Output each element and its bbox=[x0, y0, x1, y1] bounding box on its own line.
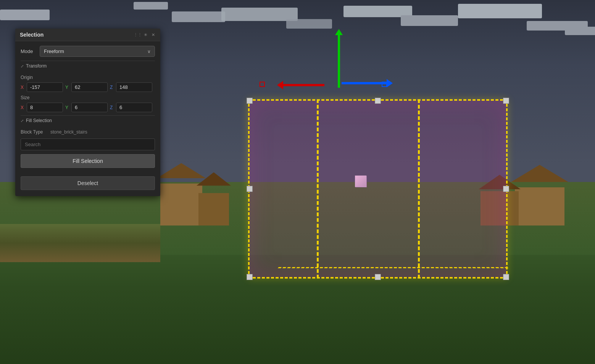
fill-selection-button[interactable]: Fill Selection bbox=[21, 154, 155, 168]
selection-panel: Selection ⋮⋮ ✳ ✕ Mode Freeform ∨ ⤢ Trans… bbox=[15, 29, 160, 196]
cloud bbox=[172, 11, 225, 22]
selection-box bbox=[248, 99, 508, 279]
x-axis-arrow bbox=[282, 84, 324, 86]
mode-label: Mode bbox=[21, 48, 40, 54]
panel-grid-button[interactable]: ⋮⋮ bbox=[135, 32, 140, 37]
size-label: Size bbox=[21, 95, 155, 100]
building bbox=[515, 187, 564, 225]
mid-handle-t[interactable] bbox=[375, 98, 381, 104]
corner-handle-tr[interactable] bbox=[503, 98, 509, 104]
size-z-input[interactable] bbox=[116, 103, 152, 112]
corner-handle-tl[interactable] bbox=[247, 98, 253, 104]
pillar-left bbox=[317, 99, 319, 279]
panel-controls: ⋮⋮ ✳ ✕ bbox=[135, 32, 156, 37]
fill-section-header: ⤢ Fill Selection bbox=[21, 115, 155, 126]
roof bbox=[156, 163, 206, 178]
size-x-input[interactable] bbox=[27, 103, 63, 112]
bottom-face-line bbox=[278, 267, 508, 268]
cloud bbox=[565, 27, 595, 35]
panel-title: Selection bbox=[20, 32, 44, 38]
z-axis-marker bbox=[382, 82, 387, 87]
origin-x-label: X bbox=[21, 85, 24, 90]
search-input[interactable] bbox=[21, 139, 155, 150]
z-axis-arrow bbox=[342, 82, 387, 84]
deselect-button[interactable]: Deselect bbox=[21, 176, 155, 190]
chevron-down-icon: ∨ bbox=[147, 49, 151, 54]
panel-body: Mode Freeform ∨ ⤢ Transform Origin X Y Z bbox=[15, 41, 160, 176]
origin-z-input[interactable] bbox=[116, 82, 152, 92]
roof bbox=[511, 165, 568, 182]
x-axis-marker bbox=[260, 82, 265, 87]
size-y-label: Y bbox=[65, 105, 69, 110]
panel-close-button[interactable]: ✕ bbox=[150, 32, 156, 37]
transform-icon: ⤢ bbox=[21, 64, 24, 68]
origin-y-input[interactable] bbox=[71, 82, 108, 92]
block-type-value: stone_brick_stairs bbox=[50, 129, 87, 135]
block-type-label: Block Type bbox=[21, 129, 47, 135]
origin-z-label: Z bbox=[110, 85, 114, 90]
origin-label: Origin bbox=[21, 75, 155, 80]
corner-handle-br[interactable] bbox=[503, 274, 509, 280]
cloud bbox=[401, 15, 458, 26]
size-y-input[interactable] bbox=[71, 103, 108, 112]
block-type-row: Block Type stone_brick_stairs bbox=[21, 129, 155, 135]
size-coords: X Y Z bbox=[21, 103, 155, 112]
cloud bbox=[458, 4, 542, 18]
corner-handle-bl[interactable] bbox=[247, 274, 253, 280]
cloud bbox=[221, 8, 298, 21]
terrain-wall bbox=[0, 224, 160, 262]
size-x-label: X bbox=[21, 105, 24, 110]
building bbox=[198, 193, 229, 225]
size-z-label: Z bbox=[110, 105, 114, 110]
fill-icon: ⤢ bbox=[21, 119, 24, 123]
y-axis-arrow bbox=[338, 34, 340, 88]
origin-coords: X Y Z bbox=[21, 82, 155, 92]
panel-header: Selection ⋮⋮ ✳ ✕ bbox=[15, 29, 160, 41]
cloud bbox=[134, 2, 168, 10]
cloud bbox=[0, 10, 50, 20]
building bbox=[160, 184, 202, 225]
origin-y-label: Y bbox=[65, 85, 69, 90]
mid-handle-l[interactable] bbox=[247, 186, 253, 192]
mid-handle-b[interactable] bbox=[375, 274, 381, 280]
fill-section-label: Fill Selection bbox=[26, 118, 52, 123]
viewport: Selection ⋮⋮ ✳ ✕ Mode Freeform ∨ ⤢ Trans… bbox=[0, 0, 595, 364]
mode-row: Mode Freeform ∨ bbox=[21, 46, 155, 57]
panel-pin-button[interactable]: ✳ bbox=[143, 32, 148, 37]
pillar-right bbox=[418, 99, 420, 279]
roof bbox=[197, 172, 231, 186]
transform-label: Transform bbox=[26, 63, 47, 69]
cloud bbox=[286, 19, 332, 29]
mid-handle-r[interactable] bbox=[503, 186, 509, 192]
floating-block bbox=[355, 176, 366, 187]
mode-select[interactable]: Freeform ∨ bbox=[40, 46, 155, 57]
mode-value: Freeform bbox=[44, 48, 64, 54]
transform-section-header: ⤢ Transform bbox=[21, 61, 155, 71]
origin-x-input[interactable] bbox=[27, 82, 63, 92]
